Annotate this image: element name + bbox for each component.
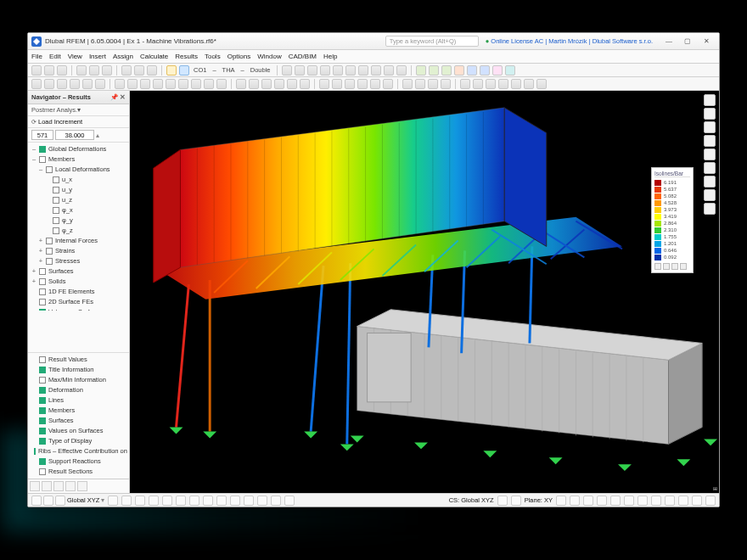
misc-icon[interactable] (473, 79, 483, 89)
checkbox[interactable] (39, 407, 46, 414)
status-icon[interactable] (284, 496, 295, 506)
tool-icon[interactable] (333, 65, 343, 76)
snap-icon[interactable] (44, 79, 54, 89)
draw-icon[interactable] (166, 79, 176, 89)
tree-item[interactable]: +Internal Forces (31, 236, 127, 246)
tree-item[interactable]: Support Reactions (31, 456, 127, 467)
status-icon[interactable] (271, 496, 281, 506)
calc-icon[interactable] (166, 65, 177, 76)
status-icon[interactable] (678, 496, 688, 506)
tree-item[interactable]: Ribs – Effective Contribution on Surface… (31, 446, 127, 456)
status-icon[interactable] (31, 496, 42, 506)
maximize-button[interactable]: ▢ (678, 36, 697, 48)
checkbox[interactable] (39, 356, 46, 363)
checkbox[interactable] (39, 377, 46, 384)
status-icon[interactable] (149, 496, 159, 506)
navbtn-icon[interactable] (77, 481, 87, 491)
menu-edit[interactable]: Edit (49, 53, 61, 60)
snap-icon[interactable] (70, 79, 80, 89)
draw-icon[interactable] (140, 79, 150, 89)
status-icon[interactable] (624, 496, 634, 506)
checkbox[interactable] (39, 278, 46, 285)
checkbox[interactable] (39, 367, 46, 373)
checkbox[interactable] (39, 288, 46, 295)
menu-view[interactable]: View (68, 53, 82, 60)
opening-icon[interactable] (300, 79, 310, 89)
navbtn-icon[interactable] (65, 481, 76, 491)
status-icon[interactable] (583, 496, 593, 506)
status-icon[interactable] (108, 496, 118, 506)
viewport-3d[interactable]: Isolines/Bar 6.1915.6375.0824.5283.9733.… (130, 91, 719, 493)
status-icon[interactable] (556, 496, 566, 506)
tree-item[interactable]: Surfaces (31, 416, 127, 426)
tool-icon[interactable] (371, 65, 381, 76)
increment-spin[interactable]: 571 (31, 130, 53, 140)
tool-icon[interactable] (282, 65, 292, 76)
tree-item[interactable]: Result Sections (31, 467, 127, 477)
tree-item[interactable]: Deformation (31, 385, 127, 395)
misc-icon[interactable] (460, 79, 470, 89)
misc-icon[interactable] (511, 79, 521, 89)
status-icon[interactable] (692, 496, 702, 506)
tool-icon[interactable] (396, 65, 407, 76)
tree-item[interactable]: φ_z (31, 226, 127, 236)
member-icon[interactable] (261, 79, 272, 89)
status-icon[interactable] (511, 496, 521, 506)
keyword-search[interactable]: Type a keyword (Alt+Q) (385, 36, 479, 47)
twisty-icon[interactable]: + (38, 256, 43, 266)
navbtn-icon[interactable] (42, 481, 52, 491)
checkbox[interactable] (39, 268, 46, 275)
snap-icon[interactable] (82, 79, 93, 89)
checkbox[interactable] (53, 197, 59, 204)
status-icon[interactable] (216, 496, 227, 506)
view-icon[interactable] (441, 65, 452, 76)
draw-icon[interactable] (153, 79, 163, 89)
tree-item[interactable]: Max/Min Information (31, 375, 127, 385)
tree-item[interactable]: Lines (31, 395, 127, 406)
status-icon[interactable] (176, 496, 186, 506)
status-icon[interactable] (244, 496, 254, 506)
filter-icon[interactable] (402, 79, 413, 89)
checkbox[interactable] (46, 166, 53, 173)
checkbox[interactable] (46, 248, 53, 255)
draw-icon[interactable] (178, 79, 188, 89)
checkbox[interactable] (53, 217, 59, 224)
misc-icon[interactable] (498, 79, 508, 89)
paste-icon[interactable] (134, 65, 144, 76)
checkbox[interactable] (39, 428, 46, 434)
increment-up-icon[interactable]: ▴ (96, 132, 99, 139)
menu-options[interactable]: Options (227, 53, 251, 60)
filter-icon[interactable] (428, 79, 438, 89)
checkbox[interactable] (39, 387, 46, 394)
menu-insert[interactable]: Insert (89, 53, 106, 60)
twisty-icon[interactable]: + (31, 266, 37, 277)
vp-iso-icon[interactable] (704, 148, 716, 160)
tree-item[interactable]: Values on Surfaces (31, 426, 127, 436)
legend-btn[interactable] (671, 263, 678, 270)
surface-icon[interactable] (274, 79, 284, 89)
color-legend[interactable]: Isolines/Bar 6.1915.6375.0824.5283.9733.… (651, 167, 694, 273)
tree-item[interactable]: Type of Display (31, 436, 127, 446)
checkbox[interactable] (39, 458, 46, 465)
tree-item[interactable]: Members (31, 406, 127, 416)
vp-rotate-icon[interactable] (704, 121, 716, 133)
filter-icon[interactable] (441, 79, 451, 89)
filter-icon[interactable] (415, 79, 425, 89)
checkbox[interactable] (53, 176, 59, 183)
legend-btn[interactable] (663, 263, 670, 270)
status-icon[interactable] (55, 496, 65, 506)
status-icon[interactable] (665, 496, 675, 506)
navigator-tab[interactable]: Postmer Analys. ▾ (28, 104, 129, 116)
status-icon[interactable] (597, 496, 607, 506)
menu-window[interactable]: Window (257, 53, 281, 60)
status-icon[interactable] (497, 496, 508, 506)
menu-calculate[interactable]: Calculate (140, 53, 168, 60)
vp-top-icon[interactable] (704, 189, 716, 201)
checkbox[interactable] (39, 468, 46, 475)
checkbox[interactable] (39, 417, 46, 424)
draw-icon[interactable] (204, 79, 214, 89)
vp-side-icon[interactable] (704, 176, 716, 188)
solid-icon[interactable] (287, 79, 297, 89)
combo-co[interactable]: CO1 (192, 66, 208, 74)
tree-item[interactable]: Result Values (31, 355, 127, 365)
